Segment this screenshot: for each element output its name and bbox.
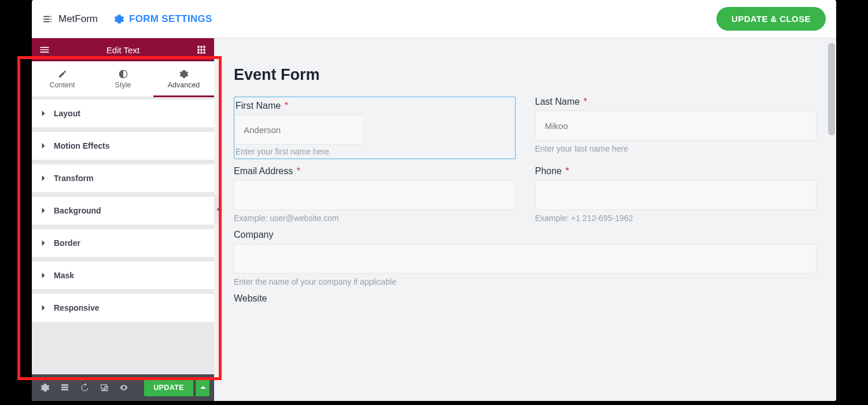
field-label: Email Address * — [234, 166, 516, 176]
update-close-button[interactable]: UPDATE & CLOSE — [716, 7, 826, 31]
field-label: Last Name * — [535, 97, 817, 107]
required-marker: * — [297, 166, 300, 176]
section-mask[interactable]: Mask — [32, 262, 214, 289]
preview-icon[interactable] — [115, 379, 133, 396]
chevron-right-icon — [41, 208, 46, 213]
sidebar-footer: UPDATE — [32, 374, 214, 401]
gear-icon — [114, 14, 124, 24]
pencil-icon — [58, 69, 67, 79]
section-transform[interactable]: Transform — [32, 164, 214, 192]
required-marker: * — [285, 101, 288, 111]
field-website: Website — [234, 293, 816, 307]
chevron-right-icon — [41, 143, 46, 149]
field-hint: Enter the name of your company if applic… — [234, 277, 816, 286]
brand-label: MetForm — [58, 13, 98, 25]
sidebar-sections: Layout Motion Effects Transform Backgrou… — [32, 97, 214, 374]
company-input[interactable] — [234, 244, 816, 274]
brand-icon — [42, 14, 53, 24]
field-company: Company Enter the name of your company i… — [234, 230, 816, 286]
section-label: Mask — [54, 271, 74, 280]
required-marker: * — [583, 97, 587, 106]
contrast-icon — [119, 69, 128, 79]
phone-input[interactable] — [535, 180, 817, 210]
chevron-right-icon — [41, 175, 46, 181]
section-label: Layout — [54, 109, 80, 118]
update-dropdown-button[interactable] — [196, 379, 209, 396]
section-label: Border — [54, 238, 80, 248]
section-motion-effects[interactable]: Motion Effects — [32, 132, 214, 160]
section-background[interactable]: Background — [32, 197, 214, 224]
gear-icon — [179, 69, 189, 79]
sidebar-header: Edit Text — [32, 38, 214, 61]
navigator-icon[interactable] — [56, 379, 73, 396]
required-marker: * — [565, 166, 569, 176]
field-email: Email Address * Example: user@website.co… — [234, 166, 516, 223]
chevron-right-icon — [41, 273, 46, 278]
canvas: Event Form First Name * Enter your first… — [214, 38, 836, 401]
first-name-input[interactable] — [234, 115, 363, 145]
topbar: MetForm FORM SETTINGS UPDATE & CLOSE — [32, 0, 836, 38]
section-label: Transform — [54, 174, 93, 183]
settings-icon[interactable] — [36, 379, 54, 396]
tab-advanced-label: Advanced — [168, 81, 200, 89]
field-label: Company — [234, 230, 816, 240]
section-label: Motion Effects — [54, 141, 109, 150]
sidebar: Edit Text Content Style Advanced — [32, 38, 214, 401]
history-icon[interactable] — [76, 379, 93, 396]
responsive-icon[interactable] — [95, 379, 113, 396]
field-phone: Phone * Example: +1 212-695-1962 — [535, 166, 817, 223]
brand: MetForm — [42, 13, 98, 25]
field-label: First Name * — [234, 97, 515, 115]
form-settings-link[interactable]: FORM SETTINGS — [114, 13, 212, 25]
field-hint: Enter your first name here — [234, 145, 515, 159]
chevron-right-icon — [41, 240, 46, 246]
field-label: Website — [234, 293, 816, 304]
field-hint: Example: user@website.com — [234, 213, 516, 223]
form-settings-label: FORM SETTINGS — [129, 13, 212, 25]
tab-style-label: Style — [115, 81, 131, 89]
canvas-scrollbar[interactable] — [828, 43, 835, 135]
section-label: Background — [54, 206, 101, 215]
section-layout[interactable]: Layout — [32, 100, 214, 127]
hamburger-icon[interactable] — [39, 44, 50, 56]
widgets-grid-icon[interactable] — [196, 44, 207, 56]
form-title: Event Form — [234, 66, 816, 84]
update-button[interactable]: UPDATE — [144, 379, 193, 396]
field-label: Phone * — [535, 166, 817, 176]
tab-content[interactable]: Content — [32, 61, 93, 97]
field-first-name[interactable]: First Name * Enter your first name here — [234, 97, 516, 159]
chevron-right-icon — [41, 305, 46, 311]
tab-style[interactable]: Style — [93, 61, 153, 97]
field-hint: Enter your last name here — [535, 144, 817, 153]
editor: Edit Text Content Style Advanced — [32, 38, 836, 401]
app-window: MetForm FORM SETTINGS UPDATE & CLOSE Edi… — [32, 0, 836, 401]
sidebar-title: Edit Text — [50, 45, 196, 55]
section-responsive[interactable]: Responsive — [32, 294, 214, 322]
field-hint: Example: +1 212-695-1962 — [535, 213, 817, 223]
chevron-right-icon — [41, 111, 46, 116]
section-label: Responsive — [54, 303, 100, 312]
sidebar-tabs: Content Style Advanced — [32, 61, 214, 97]
caret-up-icon — [200, 385, 206, 391]
tab-content-label: Content — [50, 81, 75, 89]
section-border[interactable]: Border — [32, 229, 214, 257]
email-input[interactable] — [234, 180, 516, 210]
field-last-name: Last Name * Enter your last name here — [535, 97, 817, 159]
last-name-input[interactable] — [535, 111, 817, 141]
tab-advanced[interactable]: Advanced — [153, 61, 214, 97]
